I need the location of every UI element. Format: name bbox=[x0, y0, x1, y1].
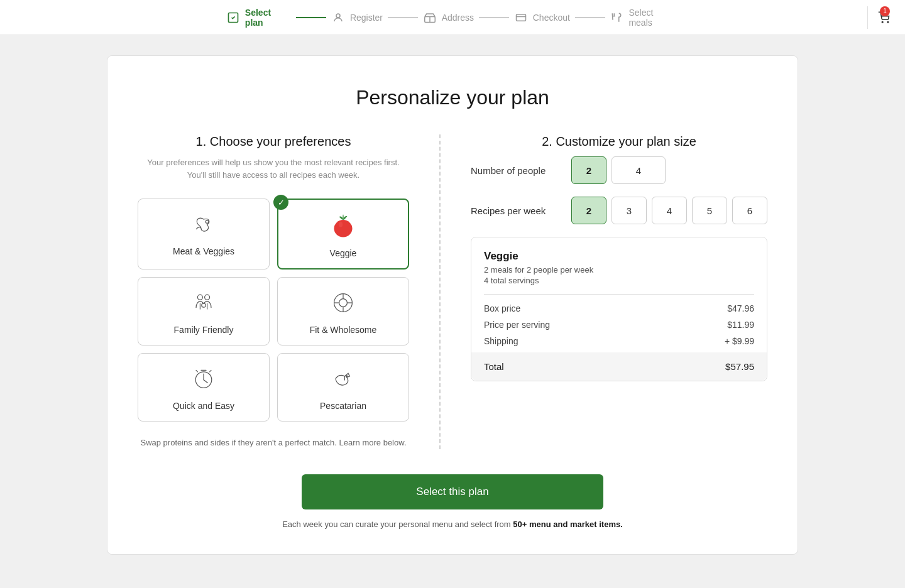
cta-note-bold: 50+ menu and market items. bbox=[513, 520, 623, 529]
customize-heading: 2. Customize your plan size bbox=[471, 134, 767, 149]
nav-step-register[interactable]: Register bbox=[331, 11, 383, 24]
shipping-value: + $9.99 bbox=[725, 336, 754, 346]
cta-section: Select this plan Each week you can curat… bbox=[138, 474, 767, 529]
summary-servings: 4 total servings bbox=[484, 276, 754, 285]
people-options: 2 4 bbox=[571, 156, 666, 184]
svg-point-6 bbox=[882, 21, 883, 23]
per-serving-value: $11.99 bbox=[727, 320, 754, 330]
select-plan-label: Select plan bbox=[245, 8, 291, 28]
pref-pescatarian[interactable]: Pescatarian bbox=[277, 353, 409, 422]
right-column: 2. Customize your plan size Number of pe… bbox=[441, 134, 767, 449]
pref-fit-wholesome[interactable]: Fit & Wholesome bbox=[277, 277, 409, 346]
pref-quick-easy[interactable]: Quick and Easy bbox=[138, 353, 270, 422]
nav-line-2 bbox=[388, 17, 418, 18]
svg-point-12 bbox=[205, 295, 210, 300]
select-plan-button[interactable]: Select this plan bbox=[302, 474, 603, 509]
family-friendly-label: Family Friendly bbox=[174, 325, 234, 335]
veggie-label: Veggie bbox=[330, 248, 357, 258]
address-icon bbox=[423, 11, 437, 24]
main-content: Personalize your plan 1. Choose your pre… bbox=[0, 35, 905, 575]
pref-veggie[interactable]: ✓ Veggie bbox=[277, 199, 409, 270]
plan-card: Personalize your plan 1. Choose your pre… bbox=[107, 55, 798, 555]
svg-rect-4 bbox=[516, 14, 525, 21]
nav-line-1 bbox=[296, 17, 326, 18]
nav-step-address[interactable]: Address bbox=[423, 11, 474, 24]
recipes-options: 2 3 4 5 6 bbox=[571, 197, 767, 224]
address-label: Address bbox=[442, 13, 474, 23]
nav-step-select-meals[interactable]: Select meals bbox=[610, 8, 679, 28]
people-option-2[interactable]: 2 bbox=[571, 156, 606, 184]
svg-point-7 bbox=[887, 21, 889, 23]
svg-point-13 bbox=[202, 303, 206, 307]
summary-plan-name: Veggie bbox=[484, 250, 754, 263]
total-label: Total bbox=[484, 361, 504, 372]
pescatarian-icon bbox=[331, 366, 356, 395]
summary-per-serving-row: Price per serving $11.99 bbox=[484, 320, 754, 330]
recipes-option-5[interactable]: 5 bbox=[692, 197, 727, 224]
two-col-layout: 1. Choose your preferences Your preferen… bbox=[138, 134, 767, 449]
page-title: Personalize your plan bbox=[138, 86, 767, 109]
meat-veggies-icon bbox=[191, 212, 216, 240]
svg-point-21 bbox=[346, 376, 347, 377]
pref-family-friendly[interactable]: Family Friendly bbox=[138, 277, 270, 346]
checkout-icon bbox=[514, 11, 528, 24]
register-icon bbox=[331, 11, 345, 24]
preferences-heading: 1. Choose your preferences bbox=[138, 134, 409, 149]
fit-wholesome-icon bbox=[331, 290, 356, 318]
swap-note: Swap proteins and sides if they aren't a… bbox=[138, 437, 409, 449]
nav-step-checkout[interactable]: Checkout bbox=[514, 11, 570, 24]
recipes-option-4[interactable]: 4 bbox=[652, 197, 687, 224]
nav-step-select-plan[interactable]: Select plan bbox=[226, 8, 291, 28]
family-friendly-icon bbox=[191, 290, 216, 318]
select-plan-icon bbox=[226, 11, 240, 24]
recipes-option-2[interactable]: 2 bbox=[571, 197, 606, 224]
svg-point-9 bbox=[334, 220, 352, 237]
people-option-4[interactable]: 4 bbox=[612, 156, 666, 184]
summary-total-row: Total $57.95 bbox=[471, 352, 767, 381]
shipping-label: Shipping bbox=[484, 336, 518, 346]
cta-note-prefix: Each week you can curate your personal m… bbox=[282, 520, 513, 529]
cart-button[interactable]: 1 bbox=[867, 6, 890, 29]
quick-easy-icon bbox=[191, 366, 216, 395]
people-row: Number of people 2 4 bbox=[471, 156, 767, 184]
veggie-check-badge: ✓ bbox=[273, 195, 288, 210]
left-column: 1. Choose your preferences Your preferen… bbox=[138, 134, 441, 449]
meat-veggies-label: Meat & Veggies bbox=[173, 246, 234, 256]
people-label: Number of people bbox=[471, 165, 571, 176]
box-price-value: $47.96 bbox=[727, 303, 754, 313]
summary-shipping-row: Shipping + $9.99 bbox=[484, 336, 754, 346]
select-meals-icon bbox=[610, 11, 624, 24]
svg-point-8 bbox=[206, 220, 209, 224]
preferences-grid: Meat & Veggies ✓ bbox=[138, 199, 409, 422]
fit-wholesome-label: Fit & Wholesome bbox=[310, 325, 377, 335]
box-price-label: Box price bbox=[484, 303, 520, 313]
summary-divider-1 bbox=[484, 294, 754, 295]
svg-point-1 bbox=[336, 14, 340, 18]
register-label: Register bbox=[350, 13, 383, 23]
cta-note: Each week you can curate your personal m… bbox=[282, 520, 623, 529]
nav-line-3 bbox=[479, 17, 509, 18]
summary-box-price-row: Box price $47.96 bbox=[484, 303, 754, 313]
recipes-row: Recipes per week 2 3 4 5 6 bbox=[471, 197, 767, 224]
nav-line-4 bbox=[575, 17, 605, 18]
veggie-icon bbox=[330, 212, 356, 242]
summary-meals-desc: 2 meals for 2 people per week bbox=[484, 265, 754, 275]
nav-steps: Select plan Register Address Checkout bbox=[226, 8, 679, 28]
svg-point-15 bbox=[339, 299, 348, 307]
recipes-option-3[interactable]: 3 bbox=[612, 197, 647, 224]
quick-easy-label: Quick and Easy bbox=[173, 401, 234, 411]
svg-point-11 bbox=[197, 295, 202, 300]
pref-meat-veggies[interactable]: Meat & Veggies bbox=[138, 199, 270, 270]
recipes-option-6[interactable]: 6 bbox=[732, 197, 767, 224]
summary-box: Veggie 2 meals for 2 people per week 4 t… bbox=[471, 237, 767, 381]
header: Select plan Register Address Checkout bbox=[0, 0, 905, 35]
select-meals-label: Select meals bbox=[628, 8, 679, 28]
svg-point-10 bbox=[339, 222, 343, 227]
total-value: $57.95 bbox=[725, 361, 754, 372]
per-serving-label: Price per serving bbox=[484, 320, 550, 330]
preferences-subtitle: Your preferences will help us show you t… bbox=[138, 156, 409, 181]
cart-badge: 1 bbox=[880, 6, 890, 16]
pescatarian-label: Pescatarian bbox=[320, 401, 366, 411]
recipes-label: Recipes per week bbox=[471, 205, 571, 216]
checkout-label: Checkout bbox=[533, 13, 570, 23]
